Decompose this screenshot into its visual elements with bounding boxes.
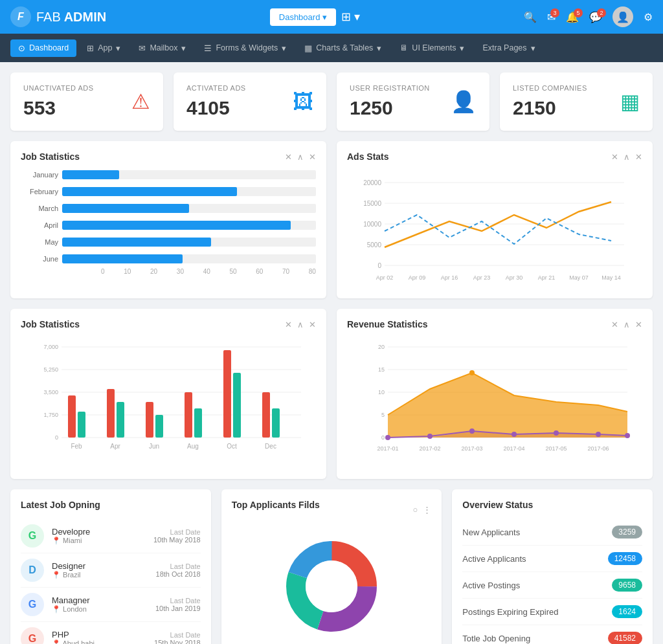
mail-badge: 3 (550, 8, 559, 17)
job-stats-bar-title: Job Statistics (21, 151, 80, 162)
expand-icon-4[interactable]: ∧ (624, 320, 630, 329)
chat-badge: 2 (597, 8, 606, 17)
minimize-icon-4[interactable]: ✕ (611, 320, 618, 329)
ads-stats-header: Ads Stats ✕ ∧ ✕ (347, 151, 642, 162)
expand-icon-2[interactable]: ∧ (624, 152, 630, 162)
job-info: Developre 📍 Miami (52, 527, 146, 545)
minimize-icon-1[interactable]: ✕ (285, 152, 292, 162)
stat-label-activated: ACTIVATED ADS (186, 84, 246, 92)
svg-rect-35 (194, 408, 202, 438)
more-icon[interactable]: ⋮ (423, 505, 431, 515)
overview-status-card: Overview Status New Applicants 3259 Acti… (452, 489, 653, 644)
bar-fill (62, 221, 291, 230)
bar-fill (62, 170, 119, 179)
job-date: Last Date 18th Oct 2018 (156, 562, 201, 578)
expand-icon-1[interactable]: ∧ (297, 152, 304, 162)
dashboard-button[interactable]: Dashboard ▾ (270, 8, 337, 26)
svg-text:10: 10 (378, 389, 385, 395)
status-label: Postings Expiring Expired (462, 607, 558, 617)
bar-label: March (21, 205, 58, 212)
minimize-icon-2[interactable]: ✕ (611, 152, 618, 162)
mail-icon[interactable]: ✉ 3 (547, 11, 556, 23)
minimize-icon-3[interactable]: ✕ (285, 320, 292, 329)
status-badge: 1624 (612, 605, 642, 618)
circle-icon[interactable]: ○ (412, 505, 418, 515)
grid-icon[interactable]: ⊞ ▾ (341, 10, 360, 24)
svg-rect-39 (272, 408, 280, 438)
image-icon: 🖼 (293, 90, 313, 114)
job-item: D Designer 📍 Brazil Last Date 18th Oct 2… (21, 553, 201, 588)
job-location: 📍 Brazil (52, 571, 148, 579)
nav-item-extra[interactable]: Extra Pages ▾ (475, 39, 543, 57)
job-icon: G (21, 524, 44, 548)
close-icon-1[interactable]: ✕ (309, 152, 316, 162)
svg-text:15: 15 (378, 366, 385, 373)
svg-text:0: 0 (377, 262, 381, 269)
bar-fill (62, 187, 237, 196)
svg-text:Jun: Jun (149, 443, 159, 450)
svg-rect-33 (155, 415, 163, 438)
svg-text:Apr 23: Apr 23 (473, 274, 491, 281)
nav-item-mailbox[interactable]: ✉ Mailbox ▾ (131, 39, 194, 57)
forms-nav-icon: ☰ (204, 43, 212, 53)
status-badge: 9658 (612, 579, 642, 592)
svg-point-59 (427, 434, 433, 439)
latest-jobs-card: Latest Job Opning G Developre 📍 Miami La… (10, 489, 211, 644)
charts-row-2: Job Statistics ✕ ∧ ✕ 7,000 5,250 3,500 1… (10, 309, 653, 479)
close-icon-2[interactable]: ✕ (635, 152, 642, 162)
expand-icon-3[interactable]: ∧ (297, 320, 304, 329)
ads-stats-svg: 20000 15000 10000 5000 0 Apr 02 Apr 09 A… (347, 170, 642, 286)
job-title: Developre (52, 527, 146, 537)
svg-text:5,250: 5,250 (43, 366, 58, 373)
svg-text:2017-01: 2017-01 (377, 445, 398, 452)
bar-fill (62, 204, 189, 213)
chart-actions-2: ✕ ∧ ✕ (611, 152, 642, 162)
svg-rect-30 (107, 389, 115, 438)
bar-chart-container: January February March April May June 01… (21, 170, 316, 275)
bar-row: January (62, 170, 316, 180)
revenue-stats-svg: 20 15 10 5 0 (347, 337, 642, 467)
svg-point-58 (385, 435, 390, 440)
overview-status-title: Overview Status (462, 500, 642, 510)
svg-rect-34 (185, 392, 192, 438)
bar-track (62, 204, 316, 213)
revenue-stats-title: Revenue Statistics (347, 319, 428, 329)
close-icon-3[interactable]: ✕ (309, 320, 316, 329)
top-navbar: F FAB ADMIN Dashboard ▾ ⊞ ▾ 🔍 ✉ 3 🔔 5 💬 … (0, 0, 663, 34)
svg-point-65 (469, 370, 475, 375)
nav-item-forms[interactable]: ☰ Forms & Widgets ▾ (196, 39, 294, 57)
warning-icon: ⚠ (131, 89, 150, 114)
search-icon[interactable]: 🔍 (524, 11, 537, 23)
svg-text:Dec: Dec (265, 443, 276, 450)
nav-item-ui[interactable]: 🖥 UI Elements ▾ (392, 39, 472, 57)
close-icon-4[interactable]: ✕ (635, 320, 642, 329)
bell-icon[interactable]: 🔔 5 (566, 11, 579, 23)
status-badge: 12458 (608, 552, 642, 565)
bell-badge: 5 (574, 8, 583, 17)
nav-item-dashboard[interactable]: ⊙ Dashboard (10, 39, 76, 57)
nav-item-charts[interactable]: ▦ Charts & Tables ▾ (297, 39, 389, 57)
job-stats-bar-header: Job Statistics ✕ ∧ ✕ (21, 151, 316, 162)
svg-text:Aug: Aug (187, 443, 199, 450)
settings-icon[interactable]: ⚙ (644, 11, 653, 23)
nav-item-app[interactable]: ⊞ App ▾ (79, 39, 128, 57)
job-title: Designer (52, 561, 148, 571)
dashboard-nav-icon: ⊙ (18, 43, 25, 53)
chat-icon[interactable]: 💬 2 (589, 11, 602, 23)
svg-text:Feb: Feb (71, 443, 82, 450)
companies-icon: ▦ (620, 89, 640, 114)
revenue-stats-header: Revenue Statistics ✕ ∧ ✕ (347, 319, 642, 329)
bar-track (62, 187, 316, 196)
job-date: Last Date 15th Nov 2018 (154, 631, 201, 644)
avatar[interactable]: 👤 (612, 6, 633, 27)
job-stats-col-svg: 7,000 5,250 3,500 1,750 0 (21, 337, 316, 467)
svg-rect-36 (223, 350, 231, 438)
charts-row-1: Job Statistics ✕ ∧ ✕ January February Ma… (10, 141, 653, 298)
svg-rect-28 (68, 395, 76, 438)
bar-track (62, 221, 316, 230)
job-location: 📍 Abud habi (52, 639, 146, 644)
svg-text:10000: 10000 (363, 221, 381, 228)
stat-label-users: USER REGISTRATION (350, 84, 430, 92)
job-stats-col-header: Job Statistics ✕ ∧ ✕ (21, 319, 316, 329)
brand-text: FAB ADMIN (36, 10, 106, 25)
